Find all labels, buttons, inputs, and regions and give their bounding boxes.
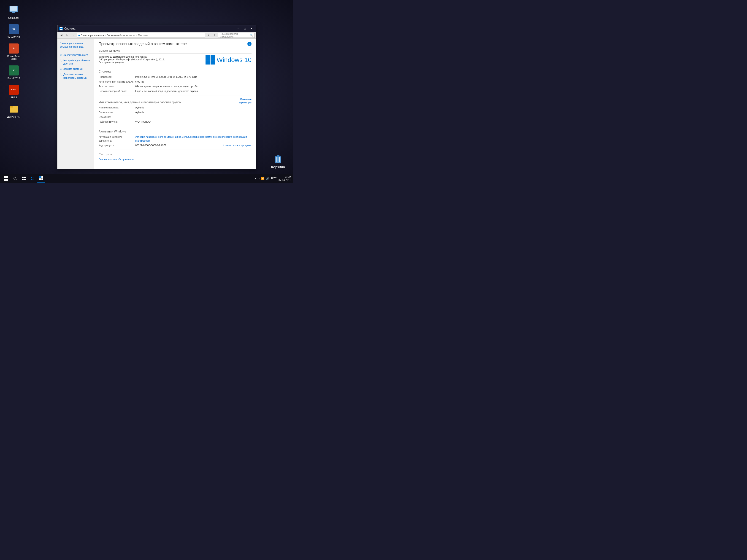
minimize-button[interactable]: ─	[235, 26, 241, 31]
main-inner: ? Просмотр основных сведений о вашем ком…	[99, 42, 252, 161]
tray-time: 23:27	[279, 175, 291, 179]
system-type-row: Тип системы: 64-разрядная операционная с…	[99, 84, 252, 88]
desktop-icon-excel[interactable]: X Excel 2013	[5, 65, 23, 80]
full-name-row: Полное имя: Aybeniz	[99, 110, 231, 114]
nav-refresh-button[interactable]: ⟳	[212, 33, 217, 38]
tray-monitor-icon[interactable]: □	[258, 177, 260, 180]
nav-dropdown-button[interactable]: ▾	[206, 33, 211, 38]
svg-rect-14	[60, 29, 61, 30]
change-params-link[interactable]: Изменитьпараметры	[238, 98, 252, 104]
tray-language[interactable]: РУС	[271, 177, 277, 180]
window-controls: ─ □ ✕	[235, 26, 254, 31]
svg-rect-13	[61, 27, 62, 28]
ram-label: Установленная память (ОЗУ):	[99, 80, 135, 84]
change-key-link[interactable]: Изменить ключ продукта	[223, 144, 252, 146]
search-placeholder: Поиск в панели управления	[220, 32, 250, 38]
desktop-icon-spss[interactable]: SPSS SPSS	[5, 84, 23, 99]
ram-row: Установленная память (ОЗУ): 6,00 ГБ	[99, 80, 252, 84]
full-name-value: Aybeniz	[135, 110, 144, 114]
activation-row: Активация Windows выполнена Условия лице…	[99, 135, 252, 142]
processor-label: Процессор:	[99, 75, 135, 79]
breadcrumb[interactable]: ■ Панель управления › Система и безопасн…	[77, 33, 205, 38]
maximize-button[interactable]: □	[242, 26, 248, 31]
up-button[interactable]: ↑	[71, 33, 76, 38]
computer-name-label: Имя компьютера:	[99, 106, 135, 110]
documents-icon-label: Документы	[7, 115, 20, 118]
workgroup-value: WORKGROUP	[135, 120, 152, 124]
activation-section-title: Активация Windows	[99, 130, 252, 133]
back-button[interactable]: ◀	[59, 33, 64, 38]
shield-icon-2: 🛡	[60, 59, 62, 63]
breadcrumb-system: Система	[138, 34, 148, 36]
description-row: Описание:	[99, 115, 231, 119]
ram-value: 6,00 ГБ	[135, 80, 144, 84]
tray-network-icon[interactable]: 📶	[261, 177, 264, 180]
powerpoint-icon: P	[8, 43, 19, 54]
tray-volume-icon[interactable]: 🔊	[266, 177, 269, 180]
tray-up-icon[interactable]: ∧	[254, 177, 256, 180]
computer-name-row: Имя компьютера: Aybeniz	[99, 106, 231, 110]
sidebar-link-device-manager[interactable]: 🛡 Диспетчер устройств	[57, 52, 94, 58]
computer-name-section: Имя компьютера, имя домена и параметры р…	[99, 98, 231, 125]
svg-rect-7	[275, 156, 281, 157]
svg-rect-18	[4, 179, 6, 181]
sidebar-link-remote[interactable]: 🛡 Настройка удалённого доступа	[57, 58, 94, 66]
taskbar-items	[11, 174, 254, 183]
window-title: Система	[64, 27, 235, 30]
shield-icon-4: 🛡	[60, 73, 62, 77]
svg-point-20	[14, 177, 16, 179]
desktop-icon-word[interactable]: W Word 2013	[5, 24, 23, 38]
desktop-icon-documents[interactable]: Документы	[5, 103, 23, 118]
nav-search[interactable]: Поиск в панели управления 🔍	[218, 33, 255, 38]
desktop-icons: Computer W Word 2013 P PowerPoint 2013 X	[5, 5, 23, 118]
separator-2	[99, 95, 252, 96]
search-icon[interactable]: 🔍	[250, 34, 253, 36]
separator-3	[99, 127, 252, 127]
windows-logo-text: Windows 10	[216, 56, 252, 63]
edge-button[interactable]	[28, 174, 36, 183]
close-button[interactable]: ✕	[248, 26, 254, 31]
system-section-title: Система	[99, 70, 252, 73]
sidebar-link-protection[interactable]: 🛡 Защита системы	[57, 66, 94, 72]
tray-date: 07.04.2016	[279, 179, 291, 182]
windows-edition-section: Выпуск Windows	[99, 49, 252, 54]
svg-rect-24	[22, 179, 24, 180]
search-taskbar-button[interactable]	[11, 174, 19, 183]
sidebar-link-advanced[interactable]: 🛡 Дополнительные параметры системы	[57, 72, 94, 80]
window-titlebar: Система ─ □ ✕	[57, 25, 256, 32]
activation-section: Активация Windows Активация Windows выпо…	[99, 130, 252, 147]
svg-rect-12	[60, 27, 61, 28]
processor-value: Intel(R) Core(TM) i3-4005U CPU @ 1,70GHz…	[135, 75, 197, 79]
help-button[interactable]: ?	[248, 42, 252, 46]
svg-rect-23	[24, 177, 26, 178]
svg-rect-25	[24, 179, 26, 180]
recycle-bin-icon	[273, 154, 283, 165]
recycle-bin[interactable]: Корзина	[270, 154, 286, 169]
main-content: ? Просмотр основных сведений о вашем ком…	[94, 39, 256, 169]
computer-icon-label: Computer	[8, 17, 19, 19]
sidebar-label-device-manager: Диспетчер устройств	[63, 53, 88, 56]
breadcrumb-sep-1: ›	[105, 34, 106, 36]
svg-rect-15	[61, 29, 62, 30]
activation-status: Активация Windows выполнена	[99, 135, 135, 142]
task-view-button[interactable]	[20, 174, 28, 183]
pen-label: Перо и сенсорный ввод:	[99, 89, 135, 93]
forward-button[interactable]: ▶	[65, 33, 70, 38]
breadcrumb-sep-2: ›	[136, 34, 137, 36]
control-panel-button[interactable]	[37, 174, 45, 183]
product-code-label: Код продукта:	[99, 143, 135, 147]
sidebar-home-link[interactable]: Панель управления —домашняя страница	[57, 41, 94, 51]
spss-icon-label: SPSS	[10, 96, 17, 99]
related-link[interactable]: Безопасность и обслуживание	[99, 158, 134, 161]
start-button[interactable]	[2, 174, 10, 183]
activation-link[interactable]: Условия лицензионного соглашения на испо…	[135, 135, 252, 142]
powerpoint-icon-label: PowerPoint 2013	[5, 55, 23, 60]
svg-rect-27	[42, 176, 43, 178]
breadcrumb-panel: Панель управления	[81, 34, 104, 36]
product-code-row: Код продукта: 00327-60000-00000-AA979 Из…	[99, 143, 252, 147]
desktop-icon-computer[interactable]: Computer	[5, 5, 23, 19]
tray-clock[interactable]: 23:27 07.04.2016	[279, 175, 291, 182]
desktop-icon-powerpoint[interactable]: P PowerPoint 2013	[5, 43, 23, 60]
workgroup-row: Рабочая группа: WORKGROUP	[99, 120, 231, 124]
sidebar: Панель управления —домашняя страница 🛡 Д…	[57, 39, 94, 169]
